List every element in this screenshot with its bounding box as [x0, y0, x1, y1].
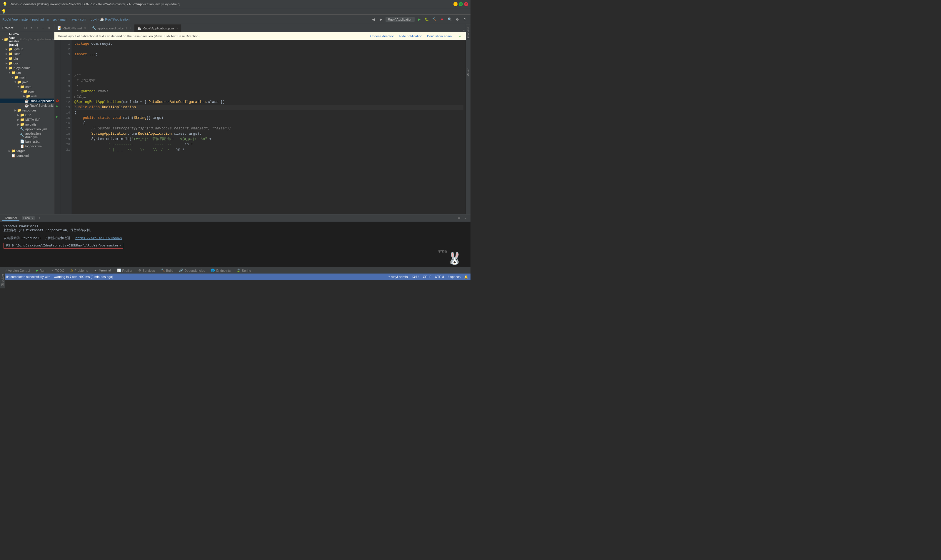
- charset-selector[interactable]: UTF-8: [435, 275, 444, 278]
- tree-item-doc[interactable]: ▶ 📁 doc: [0, 61, 54, 66]
- tree-item-web[interactable]: ▶ 📁 web: [0, 94, 54, 98]
- terminal-powershell-link[interactable]: https://aka.ms/PSWindows: [75, 237, 122, 240]
- tab-endpoints[interactable]: 🌐 Endpoints: [209, 268, 233, 273]
- code-line-2: [74, 46, 463, 52]
- code-line-19: System.out.println("(♥◠‿◠)ﾉ 若依启动成功 ٩(◕‿◕…: [74, 137, 463, 142]
- tree-item-logback-xml[interactable]: ▶ 📋 logback.xml: [0, 144, 54, 149]
- app-icon: 💡: [2, 2, 7, 6]
- tree-item-resources[interactable]: ▶ 📁 resources: [0, 108, 54, 113]
- tree-label-com: com: [25, 85, 31, 89]
- problems-icon: ⚠: [70, 269, 73, 272]
- tab-services[interactable]: ⚙ Services: [136, 268, 157, 273]
- tree-item-servlet[interactable]: ▶ ☕ RuoYiServletInitializer: [0, 103, 54, 108]
- terminal-command-box[interactable]: PS D:\DingJiaxiong\IdeaProjects\CSDNRuoY…: [3, 243, 123, 249]
- maven-panel-tab[interactable]: Maven: [466, 65, 470, 79]
- tree-item-com[interactable]: ▼ 📁 com: [0, 85, 54, 89]
- tab-problems[interactable]: ⚠ Problems: [68, 268, 90, 273]
- sidebar-close-icon[interactable]: ×: [46, 25, 52, 31]
- tree-item-bin[interactable]: ▶ 📁 bin: [0, 56, 54, 61]
- dont-show-again-link[interactable]: Don't show again: [427, 34, 452, 38]
- close-button[interactable]: ✕: [464, 2, 468, 6]
- tree-item-main[interactable]: ▼ 📁 main: [0, 75, 54, 80]
- terminal-content[interactable]: Windows PowerShell 版权所有 (C) Microsoft Co…: [0, 222, 470, 267]
- tree-item-java[interactable]: ▼ 📁 java: [0, 80, 54, 85]
- breadcrumb-project[interactable]: RuoYi-Vue-master: [2, 18, 29, 21]
- forward-button[interactable]: ▶: [378, 16, 384, 23]
- tree-item-i18n[interactable]: ▶ 📁 i18n: [0, 113, 54, 117]
- tree-item-ruoyi-pkg[interactable]: ▼ 📁 ruoyi: [0, 89, 54, 94]
- breadcrumb-main[interactable]: main: [60, 18, 67, 21]
- tree-item-meta-inf[interactable]: ▶ 📁 META-INF: [0, 117, 54, 122]
- tab-close-readme[interactable]: ×: [84, 26, 86, 30]
- back-button[interactable]: ◀: [370, 16, 377, 23]
- tree-item-src[interactable]: ▼ 📁 src: [0, 70, 54, 75]
- tree-item-root[interactable]: ▼ 📁 RuoYi-Vue-master [ruoyi] D:\DingJiax…: [0, 32, 54, 47]
- tab-spring[interactable]: 🍃 Spring: [234, 268, 254, 273]
- build-button[interactable]: 🔨: [431, 16, 438, 23]
- indent-selector[interactable]: 4 spaces: [447, 275, 461, 278]
- structure-panel-tab[interactable]: Structure: [0, 272, 5, 280]
- tab-close-ruoyiapp[interactable]: ×: [177, 27, 178, 30]
- tab-druid[interactable]: 🔧 application-druid.yml ×: [89, 24, 134, 32]
- tree-item-github[interactable]: ▶ 📁 .github: [0, 47, 54, 51]
- tab-build[interactable]: 🔨 Build: [158, 268, 175, 273]
- breadcrumb-com[interactable]: com: [80, 18, 86, 21]
- tree-item-pom[interactable]: ▶ 📋 pom.xml: [0, 153, 54, 158]
- sidebar-filter-icon[interactable]: ≡: [29, 25, 34, 31]
- tree-item-application-druid-yml[interactable]: ▶ 🔧 application-druid.yml: [0, 131, 54, 139]
- tab-version-control[interactable]: ⑂ Version Control: [2, 268, 32, 273]
- code-content[interactable]: package com.ruoyi; import ...; /** * 启动程…: [72, 40, 466, 214]
- git-branch-status[interactable]: ⑂ ruoyi-admin: [388, 275, 407, 278]
- tree-item-idea[interactable]: ▶ 📁 .idea: [0, 51, 54, 56]
- tree-label-target: target: [17, 149, 25, 153]
- gutter-20: [54, 141, 60, 146]
- debug-button[interactable]: 🐛: [423, 16, 430, 23]
- settings-button[interactable]: ⚙: [454, 16, 461, 23]
- terminal-local-selector[interactable]: Local ▾: [22, 216, 35, 220]
- titlebar-title: RuoYi-Vue-master [D:\DingJiaxiong\IdeaPr…: [10, 2, 180, 6]
- tab-profiler[interactable]: 📊 Profiler: [115, 268, 135, 273]
- terminal-local-arrow: ▾: [31, 217, 33, 220]
- terminal-settings-icon[interactable]: ⚙: [457, 215, 462, 221]
- tree-item-banner-txt[interactable]: ▶ 📄 banner.txt: [0, 139, 54, 144]
- tree-item-target[interactable]: ▶ 📁 target: [0, 149, 54, 153]
- tab-readme[interactable]: 📝 README.md ×: [54, 24, 89, 32]
- choose-direction-link[interactable]: Choose direction: [370, 34, 395, 38]
- terminal-minimize-icon[interactable]: −: [463, 215, 468, 221]
- gutter-15-run[interactable]: ▶: [54, 114, 60, 119]
- tree-item-mybatis[interactable]: ▶ 📁 mybatis: [0, 122, 54, 127]
- hide-notification-link[interactable]: Hide notification: [399, 34, 422, 38]
- breadcrumb-ruoyi[interactable]: ruoyi: [90, 18, 97, 21]
- breadcrumb-java[interactable]: java: [71, 18, 77, 21]
- search-button[interactable]: 🔍: [446, 16, 453, 23]
- breadcrumb-module[interactable]: ruoyi-admin: [32, 18, 49, 21]
- minimize-button[interactable]: ─: [454, 2, 458, 6]
- run-button[interactable]: ▶: [416, 16, 422, 23]
- line-ending-selector[interactable]: CRLF: [423, 275, 431, 278]
- database-panel-tab[interactable]: Database: [466, 24, 470, 42]
- run-config-selector[interactable]: RuoYiApplication: [386, 17, 415, 22]
- tabs-menu-icon[interactable]: ≡: [463, 29, 464, 32]
- sidebar-collapse-icon[interactable]: −: [41, 25, 46, 31]
- update-button[interactable]: ↻: [462, 16, 468, 23]
- terminal-tab-terminal[interactable]: Terminal: [2, 215, 19, 221]
- sidebar-sort-icon[interactable]: ↕: [35, 25, 40, 31]
- notifications-icon[interactable]: 🔔: [464, 275, 468, 279]
- tree-item-application-yml[interactable]: ▶ 🔧 application.yml: [0, 127, 54, 131]
- tab-todo[interactable]: ✓ TODO: [49, 268, 67, 273]
- tab-run[interactable]: ▶ Run: [34, 268, 48, 273]
- tree-item-ruoyi-admin[interactable]: ▼ 📁 ruoyi-admin: [0, 66, 54, 70]
- tree-item-ruoyiapp[interactable]: ▶ ☕ RuoYiApplication: [0, 98, 54, 103]
- tab-close-druid[interactable]: ×: [129, 26, 131, 30]
- breadcrumb-src[interactable]: src: [52, 18, 57, 21]
- terminal-add-button[interactable]: +: [37, 216, 42, 220]
- gutter-10: [54, 88, 60, 93]
- stop-button[interactable]: ■: [439, 16, 445, 23]
- gutter-13-run[interactable]: ▶: [54, 103, 60, 109]
- code-line-9: *: [74, 83, 463, 89]
- maximize-button[interactable]: □: [459, 2, 463, 6]
- tab-dependencies[interactable]: 🔗 Dependencies: [177, 268, 207, 273]
- sidebar-settings-icon[interactable]: ⚙: [23, 25, 28, 31]
- tab-terminal[interactable]: >_ Terminal: [91, 268, 113, 273]
- tab-ruoyiapp[interactable]: ☕ RuoYiApplication.java ×: [134, 24, 181, 32]
